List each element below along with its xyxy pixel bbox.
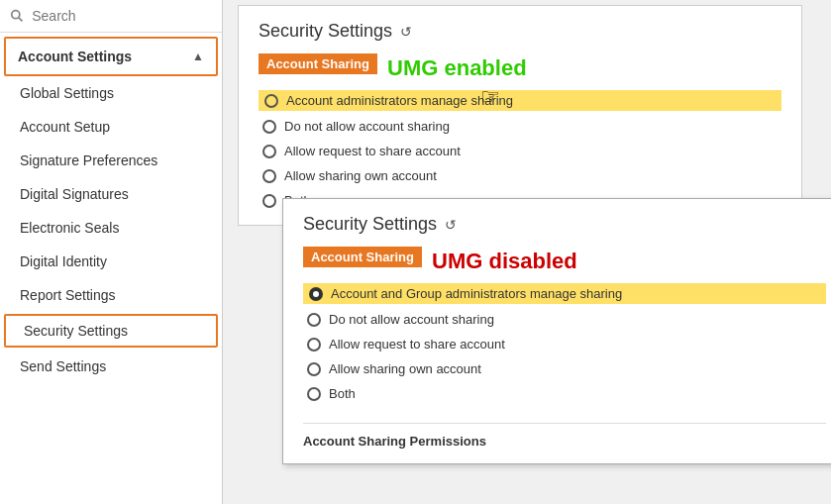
svg-line-1: [19, 18, 23, 22]
sidebar-nav: Account Settings ▲ Global Settings Accou…: [0, 33, 222, 504]
radio-item-0-top[interactable]: Account administrators manage sharing: [259, 90, 781, 111]
sidebar-item-signature-preferences[interactable]: Signature Preferences: [0, 144, 222, 177]
umg-disabled-label: UMG disabled: [432, 249, 577, 274]
radio-circle-3-top: [262, 169, 276, 183]
main-content: Security Settings ↺ Account Sharing UMG …: [223, 0, 831, 504]
account-sharing-label-bottom: Account Sharing: [303, 247, 422, 267]
sidebar-item-security-settings[interactable]: Security Settings: [4, 314, 218, 348]
radio-label-3-bottom: Allow sharing own account: [329, 361, 481, 376]
radio-circle-2-top: [262, 145, 276, 158]
search-icon: [10, 8, 24, 24]
radio-label-2-top: Allow request to share account: [284, 144, 461, 158]
top-panel: Security Settings ↺ Account Sharing UMG …: [238, 5, 802, 226]
bottom-panel-radio-group: Account and Group administrators manage …: [303, 283, 826, 449]
radio-item-1-top[interactable]: Do not allow account sharing: [259, 117, 781, 136]
account-settings-header[interactable]: Account Settings ▲: [4, 37, 218, 76]
radio-circle-4-bottom: [307, 387, 321, 401]
radio-circle-1-top: [262, 120, 276, 134]
radio-label-1-bottom: Do not allow account sharing: [329, 312, 494, 327]
radio-item-4-bottom[interactable]: Both: [303, 384, 826, 403]
top-panel-radio-group: Account administrators manage sharing Do…: [259, 90, 781, 210]
radio-item-3-top[interactable]: Allow sharing own account: [259, 166, 781, 185]
sidebar-item-digital-signatures[interactable]: Digital Signatures: [0, 177, 222, 211]
radio-label-3-top: Allow sharing own account: [284, 168, 437, 183]
radio-label-4-bottom: Both: [329, 386, 356, 401]
umg-enabled-label: UMG enabled: [387, 55, 527, 81]
sidebar-item-global-settings[interactable]: Global Settings: [0, 76, 222, 110]
chevron-up-icon: ▲: [192, 50, 204, 63]
bottom-panel: Security Settings ↺ Account Sharing UMG …: [282, 198, 831, 464]
sidebar-item-report-settings[interactable]: Report Settings: [0, 278, 222, 312]
radio-circle-1-bottom: [307, 313, 321, 327]
sidebar-item-account-setup[interactable]: Account Setup: [0, 110, 222, 144]
radio-label-0-bottom: Account and Group administrators manage …: [331, 286, 622, 301]
sidebar-item-send-settings[interactable]: Send Settings: [0, 350, 222, 383]
radio-inner-dot-0-bottom: [313, 291, 319, 297]
account-sharing-label-top: Account Sharing: [259, 53, 377, 74]
radio-label-1-top: Do not allow account sharing: [284, 119, 450, 134]
radio-circle-0-bottom: [309, 287, 323, 301]
radio-circle-0-top: [264, 94, 278, 108]
radio-item-2-top[interactable]: Allow request to share account: [259, 142, 781, 160]
bottom-panel-section-header: Account Sharing UMG disabled: [303, 247, 826, 275]
radio-label-0-top: Account administrators manage sharing: [286, 93, 513, 108]
account-settings-label: Account Settings: [18, 49, 132, 64]
radio-circle-2-bottom: [307, 338, 321, 352]
sidebar: Account Settings ▲ Global Settings Accou…: [0, 0, 223, 504]
radio-circle-4-top: [262, 194, 276, 208]
search-box[interactable]: [0, 0, 222, 33]
search-input[interactable]: [32, 8, 212, 24]
sidebar-item-electronic-seals[interactable]: Electronic Seals: [0, 211, 222, 245]
bottom-panel-title: Security Settings ↺: [303, 214, 826, 235]
radio-item-0-bottom[interactable]: Account and Group administrators manage …: [303, 283, 826, 304]
top-panel-section-header: Account Sharing UMG enabled: [259, 53, 781, 82]
refresh-icon-top[interactable]: ↺: [400, 24, 412, 40]
top-panel-title: Security Settings ↺: [259, 21, 781, 42]
refresh-icon-bottom[interactable]: ↺: [445, 217, 457, 233]
account-sharing-permissions-label: Account Sharing Permissions: [303, 423, 826, 449]
radio-item-1-bottom[interactable]: Do not allow account sharing: [303, 310, 826, 329]
radio-circle-3-bottom: [307, 362, 321, 376]
radio-label-2-bottom: Allow request to share account: [329, 337, 505, 352]
radio-item-3-bottom[interactable]: Allow sharing own account: [303, 359, 826, 378]
radio-item-2-bottom[interactable]: Allow request to share account: [303, 335, 826, 353]
sidebar-item-digital-identity[interactable]: Digital Identity: [0, 245, 222, 278]
svg-point-0: [12, 11, 20, 19]
